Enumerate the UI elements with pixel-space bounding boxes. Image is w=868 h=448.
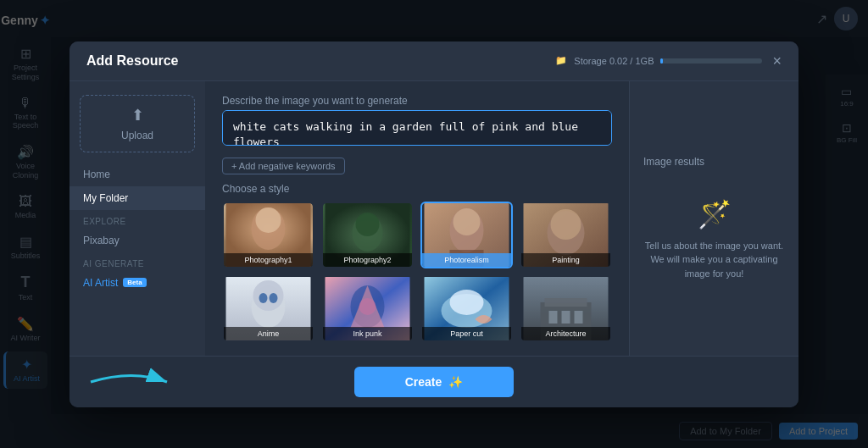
create-area: Create ✨ [70,356,798,407]
folder-icon: 📁 [555,55,567,66]
style-label-photography1: Photography1 [224,253,313,267]
svg-point-24 [450,290,484,315]
modal-header: Add Resource 📁 Storage 0.02 / 1GB × [70,41,798,81]
style-section: Choose a style [222,183,612,342]
style-papercut[interactable]: Paper cut [420,275,513,342]
prompt-input[interactable]: white cats walking in a garden full of p… [222,110,612,146]
create-button[interactable]: Create ✨ [354,367,515,397]
svg-point-5 [356,213,380,236]
style-inkpunk[interactable]: Ink punk [321,275,414,342]
results-title: Image results [643,156,704,168]
storage-text: Storage 0.02 / 1GB [574,56,654,66]
svg-point-17 [259,293,268,303]
svg-rect-27 [545,298,587,307]
storage-info: 📁 Storage 0.02 / 1GB [555,55,762,66]
svg-rect-29 [562,311,570,324]
storage-bar-fill [660,58,662,64]
results-panel: Image results 🪄 Tell us about the image … [629,81,798,356]
svg-point-13 [551,209,581,240]
svg-point-9 [453,208,481,235]
nav-pixabay[interactable]: Pixabay [70,229,205,252]
prompt-section-label: Describe the image you want to generate [222,95,612,107]
modal-header-right: 📁 Storage 0.02 / 1GB × [555,53,782,69]
style-anime[interactable]: Anime [222,275,314,342]
ai-artist-nav-label: AI Artist [83,277,118,289]
nav-ai-artist[interactable]: AI Artist Beta [70,271,205,295]
style-grid: Photography1 [222,202,612,342]
svg-point-2 [256,207,281,233]
svg-rect-28 [549,311,558,324]
arrow-indicator [82,365,184,399]
style-section-label: Choose a style [222,183,612,195]
style-photorealism[interactable]: Photorealism [420,202,513,268]
nav-my-folder[interactable]: My Folder [70,186,205,210]
modal-overlay: Add Resource 📁 Storage 0.02 / 1GB × ⬆ Up… [0,0,868,448]
keywords-section: + Add negative keywords [222,158,612,174]
upload-icon: ⬆ [131,106,144,124]
svg-point-18 [270,293,278,303]
modal-sidebar: ⬆ Upload Home My Folder Explore Pixabay … [70,81,205,356]
beta-badge: Beta [123,278,146,287]
modal-main-content: Describe the image you want to generate … [205,81,629,356]
svg-point-21 [359,298,376,315]
style-label-architecture: Architecture [521,327,610,340]
results-placeholder: 🪄 Tell us about the image you want. We w… [643,198,785,281]
style-photography1[interactable]: Photography1 [222,202,314,268]
svg-rect-30 [575,311,583,324]
modal-close-button[interactable]: × [772,53,782,69]
style-architecture[interactable]: Architecture [520,275,612,342]
upload-button[interactable]: ⬆ Upload [80,95,195,152]
results-placeholder-text: Tell us about the image you want. We wil… [643,239,785,281]
style-label-papercut: Paper cut [422,327,511,340]
upload-label: Upload [121,130,153,141]
svg-point-16 [253,280,284,311]
prompt-section: Describe the image you want to generate … [222,95,612,149]
add-resource-modal: Add Resource 📁 Storage 0.02 / 1GB × ⬆ Up… [70,41,798,407]
nav-ai-generate-section: AI Generate [70,252,205,271]
add-keywords-button[interactable]: + Add negative keywords [222,158,345,174]
nav-explore-section: Explore [70,210,205,229]
style-photography2[interactable]: Photography2 [321,202,414,268]
style-painting[interactable]: Painting [520,202,612,268]
style-label-anime: Anime [224,327,313,340]
style-label-photorealism: Photorealism [422,253,511,267]
style-label-inkpunk: Ink punk [323,327,412,340]
storage-bar [660,58,762,64]
create-label: Create [405,375,442,389]
modal-title: Add Resource [86,53,178,69]
modal-body: ⬆ Upload Home My Folder Explore Pixabay … [70,81,798,356]
nav-home[interactable]: Home [70,163,205,186]
style-label-photography2: Photography2 [323,253,412,267]
wand-icon: 🪄 [698,198,732,230]
sparkle-icon: ✨ [448,375,463,389]
style-label-painting: Painting [521,253,610,267]
